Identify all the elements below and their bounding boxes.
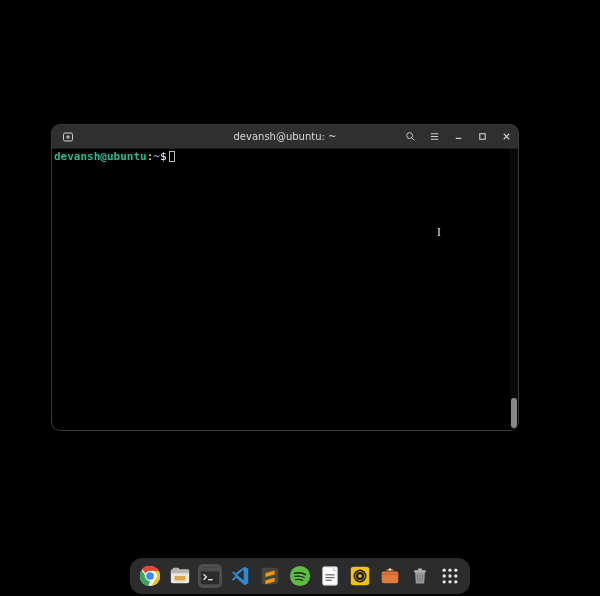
svg-point-44	[443, 580, 446, 583]
dock-item-sublime[interactable]	[258, 564, 282, 588]
dock-item-vscode[interactable]	[228, 564, 252, 588]
apps-grid-icon	[440, 566, 460, 586]
svg-rect-18	[175, 576, 186, 581]
minimize-icon	[453, 131, 464, 142]
svg-rect-17	[173, 568, 179, 571]
svg-point-45	[448, 580, 451, 583]
svg-rect-25	[325, 574, 334, 575]
svg-point-31	[358, 574, 362, 578]
scrollbar-thumb[interactable]	[511, 398, 517, 428]
svg-point-3	[406, 133, 412, 139]
svg-rect-20	[201, 568, 219, 572]
dock-item-rhythmbox[interactable]	[348, 564, 372, 588]
dock-item-libreoffice[interactable]	[318, 564, 342, 588]
svg-rect-26	[325, 577, 334, 578]
dock-item-spotify[interactable]	[288, 564, 312, 588]
terminal-scrollbar[interactable]	[510, 149, 518, 430]
terminal-cursor	[169, 151, 175, 162]
prompt-symbol: $	[160, 150, 167, 163]
close-button[interactable]	[494, 125, 518, 149]
prompt-separator: :	[147, 150, 154, 163]
svg-point-41	[443, 574, 446, 577]
svg-rect-27	[325, 580, 331, 581]
prompt-user-host: devansh@ubuntu	[54, 150, 147, 163]
svg-rect-32	[382, 571, 399, 583]
prompt-line: devansh@ubuntu:~$	[54, 150, 516, 163]
svg-rect-34	[418, 569, 422, 571]
svg-point-14	[146, 572, 154, 580]
dock-item-chrome[interactable]	[138, 564, 162, 588]
minimize-button[interactable]	[446, 125, 470, 149]
svg-point-46	[454, 580, 457, 583]
spotify-icon	[289, 565, 311, 587]
dock-item-terminal[interactable]	[198, 564, 222, 588]
dock-item-apps[interactable]	[438, 564, 462, 588]
svg-point-40	[454, 569, 457, 572]
terminal-body[interactable]: devansh@ubuntu:~$ I	[52, 149, 518, 430]
text-ibeam-cursor: I	[437, 226, 438, 238]
dock-item-trash[interactable]	[408, 564, 432, 588]
terminal-window: devansh@ubuntu: ~	[52, 125, 518, 430]
new-tab-button[interactable]	[56, 125, 80, 149]
window-titlebar: devansh@ubuntu: ~	[52, 125, 518, 149]
dock	[130, 558, 470, 594]
titlebar-right-group	[398, 125, 518, 148]
svg-point-42	[448, 574, 451, 577]
dock-item-software[interactable]	[378, 564, 402, 588]
close-icon	[501, 131, 512, 142]
libreoffice-icon	[319, 565, 341, 587]
new-tab-icon	[62, 131, 74, 143]
maximize-icon	[477, 131, 488, 142]
svg-point-39	[448, 569, 451, 572]
rhythmbox-icon	[349, 565, 371, 587]
chrome-icon	[139, 565, 161, 587]
vscode-icon	[229, 565, 251, 587]
svg-point-38	[443, 569, 446, 572]
maximize-button[interactable]	[470, 125, 494, 149]
menu-button[interactable]	[422, 125, 446, 149]
dock-item-files[interactable]	[168, 564, 192, 588]
titlebar-left-group	[52, 125, 80, 149]
hamburger-icon	[429, 131, 440, 142]
trash-icon	[410, 565, 430, 587]
svg-line-4	[411, 138, 413, 140]
software-icon	[379, 565, 401, 587]
search-button[interactable]	[398, 125, 422, 149]
svg-rect-9	[479, 134, 485, 140]
terminal-icon	[199, 565, 221, 587]
svg-point-43	[454, 574, 457, 577]
files-icon	[169, 565, 191, 587]
sublime-icon	[259, 565, 281, 587]
prompt-path: ~	[153, 150, 160, 163]
search-icon	[405, 131, 416, 142]
